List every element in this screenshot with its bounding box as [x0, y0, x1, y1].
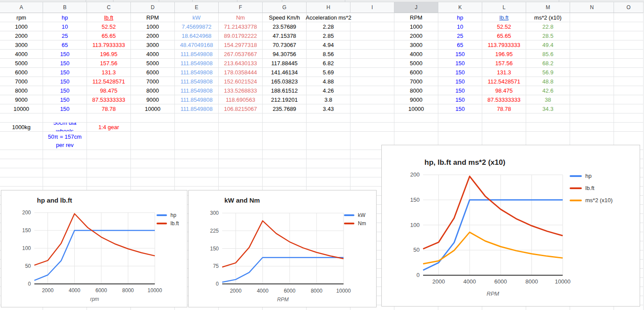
cell-C8[interactable]: 112.5428571	[87, 77, 131, 86]
cell-C14[interactable]	[87, 132, 131, 150]
cell-B17[interactable]	[43, 168, 87, 177]
cell-L3[interactable]: 65.65	[482, 31, 526, 40]
cell-G13[interactable]	[263, 123, 307, 132]
cell-I2[interactable]	[350, 22, 394, 31]
cell-D17[interactable]	[131, 168, 175, 177]
cell-H1[interactable]: Acceleration ms*2	[307, 13, 350, 22]
cell-B1[interactable]: hp	[43, 13, 87, 22]
cell-K8[interactable]: 150	[438, 77, 482, 86]
cell-B15[interactable]	[43, 150, 87, 159]
cell-D9[interactable]: 8000	[131, 86, 175, 95]
cell-N6[interactable]	[570, 59, 614, 68]
cell-C6[interactable]: 157.56	[87, 59, 131, 68]
cell-O2[interactable]	[614, 22, 644, 31]
cell-A6[interactable]: 5000	[0, 59, 43, 68]
cell-I5[interactable]	[350, 50, 394, 59]
cell-A14[interactable]	[0, 132, 43, 150]
cell-A10[interactable]: 9000	[0, 95, 43, 104]
cell-D2[interactable]: 1000	[131, 22, 175, 31]
cell-M12[interactable]	[526, 113, 570, 123]
cell-N13[interactable]	[570, 123, 614, 132]
cell-A18[interactable]	[0, 177, 43, 187]
cell-N1[interactable]	[570, 13, 614, 22]
cell-K13[interactable]	[438, 123, 482, 132]
cell-O12[interactable]	[614, 113, 644, 123]
cell-C18[interactable]	[87, 177, 131, 187]
cell-O13[interactable]	[614, 123, 644, 132]
cell-B18[interactable]	[43, 177, 87, 187]
cell-D11[interactable]: 10000	[131, 104, 175, 113]
cell-B12[interactable]	[43, 113, 87, 123]
cell-L1[interactable]: lb.ft	[482, 13, 526, 22]
cell-F4[interactable]: 154.2977318	[219, 40, 263, 50]
cell-J9[interactable]: 8000	[394, 86, 438, 95]
cell-L6[interactable]: 157.56	[482, 59, 526, 68]
column-header-d[interactable]: D	[131, 2, 175, 13]
cell-D12[interactable]	[131, 113, 175, 123]
cell-I10[interactable]	[350, 95, 394, 104]
chart-hp-lbft-ms2[interactable]: hp, lb.ft and ms*2 (x10)0501001502002000…	[381, 145, 640, 307]
cell-D18[interactable]	[131, 177, 175, 187]
column-header-e[interactable]: E	[175, 2, 219, 13]
cell-M11[interactable]: 34.3	[526, 104, 570, 113]
cell-D7[interactable]: 6000	[131, 68, 175, 77]
cell-I3[interactable]	[350, 31, 394, 40]
cell-E2[interactable]: 7.45699872	[175, 22, 219, 31]
cell-J4[interactable]: 3000	[394, 40, 438, 50]
cell-B5[interactable]: 150	[43, 50, 87, 59]
cell-G12[interactable]	[263, 113, 307, 123]
column-header-f[interactable]: F	[219, 2, 263, 13]
cell-I8[interactable]	[350, 77, 394, 86]
cell-C4[interactable]: 113.7933333	[87, 40, 131, 50]
cell-J1[interactable]: RPM	[394, 13, 438, 22]
cell-F5[interactable]: 267.0537667	[219, 50, 263, 59]
cell-C11[interactable]: 78.78	[87, 104, 131, 113]
cell-D16[interactable]	[131, 159, 175, 168]
cell-G10[interactable]: 212.19201	[263, 95, 307, 104]
cell-F9[interactable]: 133.5268833	[219, 86, 263, 95]
cell-L2[interactable]: 52.52	[482, 22, 526, 31]
cell-O8[interactable]	[614, 77, 644, 86]
cell-B4[interactable]: 65	[43, 40, 87, 50]
cell-F10[interactable]: 118.690563	[219, 95, 263, 104]
cell-H13[interactable]	[307, 123, 350, 132]
chart-kw-and-nm[interactable]: kW and Nm0751502253002000400060008000100…	[188, 190, 377, 307]
cell-L8[interactable]: 112.5428571	[482, 77, 526, 86]
cell-N7[interactable]	[570, 68, 614, 77]
cell-N5[interactable]	[570, 50, 614, 59]
column-header-o[interactable]: O	[614, 2, 644, 13]
cell-F14[interactable]	[219, 132, 263, 150]
cell-A16[interactable]	[0, 159, 43, 168]
cell-N9[interactable]	[570, 86, 614, 95]
cell-G15[interactable]	[263, 150, 307, 159]
cell-A9[interactable]: 8000	[0, 86, 43, 95]
cell-O10[interactable]	[614, 95, 644, 104]
cell-C16[interactable]	[87, 159, 131, 168]
cell-E14[interactable]	[175, 132, 219, 150]
cell-G11[interactable]: 235.7689	[263, 104, 307, 113]
cell-J5[interactable]: 4000	[394, 50, 438, 59]
cell-E16[interactable]	[175, 159, 219, 168]
cell-H5[interactable]: 8.56	[307, 50, 350, 59]
cell-O7[interactable]	[614, 68, 644, 77]
cell-G1[interactable]: Speed Km/h	[263, 13, 307, 22]
cell-H11[interactable]: 3.43	[307, 104, 350, 113]
cell-M8[interactable]: 48.8	[526, 77, 570, 86]
cell-K9[interactable]: 150	[438, 86, 482, 95]
cell-L10[interactable]: 87.53333333	[482, 95, 526, 104]
cell-N2[interactable]	[570, 22, 614, 31]
cell-H18[interactable]	[307, 177, 350, 187]
cell-H6[interactable]: 6.82	[307, 59, 350, 68]
cell-D10[interactable]: 9000	[131, 95, 175, 104]
cell-E15[interactable]	[175, 150, 219, 159]
cell-F13[interactable]	[219, 123, 263, 132]
cell-N11[interactable]	[570, 104, 614, 113]
cell-B16[interactable]	[43, 159, 87, 168]
cell-H10[interactable]: 3.8	[307, 95, 350, 104]
cell-C1[interactable]: lb.ft	[87, 13, 131, 22]
cell-J3[interactable]: 2000	[394, 31, 438, 40]
cell-D8[interactable]: 7000	[131, 77, 175, 86]
cell-K12[interactable]	[438, 113, 482, 123]
cell-O9[interactable]	[614, 86, 644, 95]
cell-F6[interactable]: 213.6430133	[219, 59, 263, 68]
